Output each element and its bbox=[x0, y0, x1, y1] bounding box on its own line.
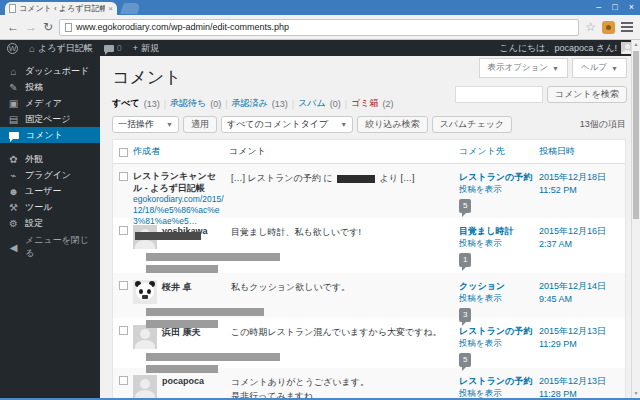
plus-icon: + bbox=[133, 43, 138, 53]
row-checkbox[interactable] bbox=[119, 376, 128, 385]
new-tab-button[interactable] bbox=[120, 3, 141, 14]
appearance-icon: ✿ bbox=[8, 154, 19, 165]
bulk-action-select[interactable]: 一括操作 ▼ bbox=[112, 116, 179, 133]
greeting-text: こんにちは、pocapoca さん! bbox=[499, 42, 617, 55]
comment-type-select[interactable]: すべてのコメントタイプ ▼ bbox=[221, 116, 353, 133]
sidebar-item-pages[interactable]: ▤ 固定ページ bbox=[0, 111, 100, 127]
filter-spam[interactable]: スパム bbox=[298, 97, 326, 110]
comment-count-bubble[interactable]: 3 bbox=[459, 308, 471, 321]
comment-text: 私もクッション欲しいです。 bbox=[229, 280, 459, 328]
back-icon[interactable]: ← bbox=[7, 21, 19, 33]
author-name: 桜井 卓 bbox=[162, 280, 192, 304]
scroll-up-icon[interactable]: ▲ bbox=[632, 40, 640, 49]
favicon-icon bbox=[9, 4, 16, 13]
chevron-down-icon: ▼ bbox=[166, 121, 173, 128]
browser-tab[interactable]: コメント ‹ よろず日記帳 — W × bbox=[5, 2, 117, 15]
sidebar-item-appearance[interactable]: ✿ 外観 bbox=[0, 151, 100, 167]
admin-bar-account[interactable]: こんにちは、pocapoca さん! bbox=[499, 42, 633, 55]
search-comments-button[interactable]: コメントを検索 bbox=[547, 86, 627, 103]
sidebar-item-users[interactable]: ☻ ユーザー bbox=[0, 183, 100, 199]
search-input[interactable] bbox=[455, 86, 543, 103]
submitted-date-link[interactable]: 2015年12月16日 2:37 AM bbox=[539, 225, 625, 273]
sidebar-item-dashboard[interactable]: ⌂ ダッシュボード bbox=[0, 63, 100, 79]
column-header-author[interactable]: 作成者 bbox=[133, 145, 229, 158]
pingback-title: レストランキャンセル - よろず日記帳 bbox=[133, 171, 216, 193]
spam-check-button[interactable]: スパムチェック bbox=[432, 116, 512, 133]
filter-approved[interactable]: 承認済み bbox=[232, 97, 268, 110]
row-checkbox[interactable] bbox=[119, 226, 128, 235]
sidebar-item-media[interactable]: ▣ メディア bbox=[0, 95, 100, 111]
submitted-date-link[interactable]: 2015年12月13日 11:28 PM bbox=[539, 375, 625, 400]
row-checkbox[interactable] bbox=[119, 326, 128, 335]
minimize-button[interactable]: – bbox=[596, 2, 601, 12]
admin-sidebar: ⌂ ダッシュボード ✎ 投稿 ▣ メディア ▤ 固定ページ コメント ✿ 外観 … bbox=[0, 56, 100, 400]
scrollbar[interactable]: ▲ ▼ bbox=[631, 40, 640, 398]
bookmark-star-icon[interactable]: ☆ bbox=[585, 21, 596, 33]
reload-icon[interactable]: ↻ bbox=[43, 21, 53, 33]
comments-table: 作成者 コメント コメント先 投稿日時 レストランキャンセル - よろず日記帳 … bbox=[112, 139, 626, 400]
admin-bar-comments-link[interactable]: 0 bbox=[104, 43, 122, 53]
comment-count-bubble[interactable]: 5 bbox=[459, 199, 471, 212]
browser-menu-icon[interactable] bbox=[621, 22, 633, 32]
wordpress-logo-icon[interactable]: W bbox=[7, 43, 18, 54]
comment-count-bubble[interactable]: 5 bbox=[459, 353, 471, 366]
sidebar-item-comments[interactable]: コメント bbox=[0, 127, 100, 143]
column-header-in-response-to[interactable]: コメント先 bbox=[459, 145, 539, 158]
redacted-text bbox=[146, 353, 280, 361]
forward-icon[interactable]: → bbox=[25, 21, 37, 33]
redacted-text bbox=[146, 265, 218, 273]
filter-pending[interactable]: 承認待ち bbox=[170, 97, 206, 110]
settings-icon: ⚙ bbox=[8, 218, 19, 229]
url-bar[interactable]: www.egokorodiary.com/wp-admin/edit-comme… bbox=[59, 19, 579, 36]
view-post-link[interactable]: 投稿を表示 bbox=[459, 184, 539, 196]
admin-bar-site-link[interactable]: ⌂ よろず日記帳 bbox=[29, 42, 93, 55]
select-all-checkbox[interactable] bbox=[119, 148, 128, 157]
filter-trash[interactable]: ゴミ箱 bbox=[351, 97, 378, 110]
scrollbar-thumb[interactable] bbox=[633, 51, 639, 219]
view-post-link[interactable]: 投稿を表示 bbox=[459, 238, 539, 250]
admin-bar-new-link[interactable]: + 新規 bbox=[133, 42, 159, 55]
comment-count-bubble[interactable]: 1 bbox=[459, 253, 471, 266]
sidebar-collapse-button[interactable]: ◀ メニューを閉じる bbox=[0, 239, 100, 255]
filter-all[interactable]: すべて bbox=[112, 97, 140, 110]
submitted-date-link[interactable]: 2015年12月14日 9:45 AM bbox=[539, 280, 625, 328]
in-response-to-link[interactable]: レストランの予約 bbox=[459, 325, 539, 338]
in-response-to-link[interactable]: クッション bbox=[459, 280, 539, 293]
avatar bbox=[133, 375, 157, 399]
filter-button[interactable]: 絞り込み検索 bbox=[357, 116, 427, 133]
comment-text: コメントありがとうございます。 是非行ってみますね。 bbox=[229, 375, 459, 400]
apply-button[interactable]: 適用 bbox=[183, 116, 217, 133]
redacted-text bbox=[146, 320, 218, 328]
in-response-to-link[interactable]: レストランの予約 bbox=[459, 375, 539, 388]
screen-options-button[interactable]: 表示オプション ▼ bbox=[479, 58, 568, 78]
tools-icon: ⚒ bbox=[8, 202, 19, 213]
author-name: 浜田 康夫 bbox=[162, 325, 201, 349]
table-row: 桜井 卓 私もクッション欲しいです。 クッション 投稿を表示 3 2015年12… bbox=[113, 273, 625, 318]
sidebar-item-plugins[interactable]: ⌁ プラグイン bbox=[0, 167, 100, 183]
close-button[interactable]: × bbox=[629, 2, 634, 12]
row-checkbox[interactable] bbox=[119, 172, 128, 181]
maximize-button[interactable]: □ bbox=[612, 2, 617, 12]
tab-close-icon[interactable]: × bbox=[108, 4, 113, 13]
help-button[interactable]: ヘルプ ▼ bbox=[572, 58, 627, 78]
chevron-down-icon: ▼ bbox=[611, 65, 618, 72]
extension-icon[interactable] bbox=[602, 21, 615, 34]
in-response-to-link[interactable]: 目覚まし時計 bbox=[459, 225, 539, 238]
redacted-text bbox=[146, 365, 218, 373]
author-name: pocapoca bbox=[162, 375, 204, 399]
view-post-link[interactable]: 投稿を表示 bbox=[459, 338, 539, 350]
sidebar-item-posts[interactable]: ✎ 投稿 bbox=[0, 79, 100, 95]
scroll-down-icon[interactable]: ▼ bbox=[632, 389, 640, 398]
submitted-date-link[interactable]: 2015年12月13日 11:29 PM bbox=[539, 325, 625, 373]
redacted-text bbox=[146, 308, 264, 316]
sidebar-item-tools[interactable]: ⚒ ツール bbox=[0, 199, 100, 215]
pingback-url-link[interactable]: egokorodiary.com/2015/12/18/%e5%86%ac%e3… bbox=[133, 194, 225, 227]
view-post-link[interactable]: 投稿を表示 bbox=[459, 293, 539, 305]
row-checkbox[interactable] bbox=[119, 281, 128, 290]
column-header-date[interactable]: 投稿日時 bbox=[539, 145, 625, 158]
sidebar-item-settings[interactable]: ⚙ 設定 bbox=[0, 215, 100, 231]
browser-titlebar: コメント ‹ よろず日記帳 — W × – □ × bbox=[0, 0, 640, 15]
in-response-to-link[interactable]: レストランの予約 bbox=[459, 171, 539, 184]
column-header-comment: コメント bbox=[229, 145, 459, 158]
comment-text: 目覚まし時計、私も欲しいです! bbox=[229, 225, 459, 273]
